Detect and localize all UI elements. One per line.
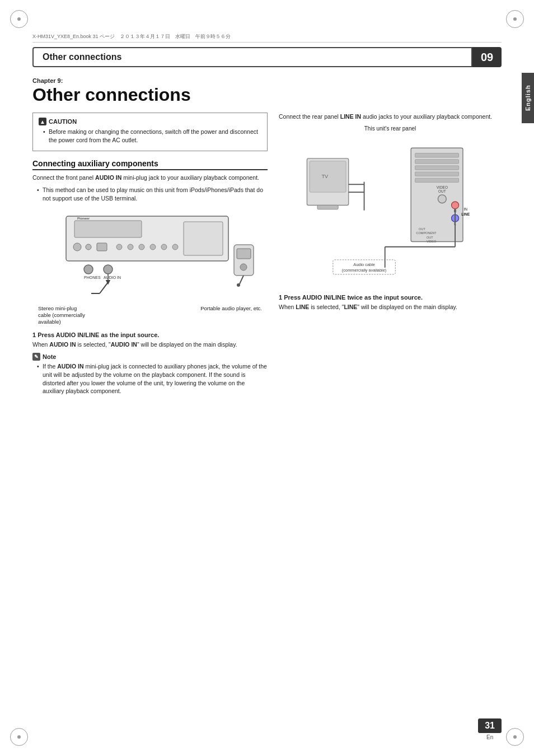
caution-icon: ▲ [39, 118, 46, 125]
right-column: Connect the rear panel LINE IN audio jac… [279, 113, 502, 722]
caution-box: ▲ CAUTION Before making or changing the … [32, 113, 268, 151]
svg-point-10 [172, 244, 178, 250]
svg-text:Audio cable: Audio cable [353, 262, 375, 267]
step1-right-body: When LINE is selected, "LINE" will be di… [279, 303, 502, 311]
svg-text:(commercially available): (commercially available) [342, 268, 386, 273]
diagram-label-right: Portable audio player, etc. [200, 305, 262, 326]
corner-decoration-bl [10, 728, 28, 746]
svg-rect-28 [317, 205, 338, 209]
svg-point-14 [104, 265, 113, 274]
svg-point-24 [237, 283, 240, 287]
svg-rect-11 [184, 222, 223, 255]
rear-panel-diagram: TV VIDEO OUT R [279, 143, 502, 288]
svg-text:PHONES: PHONES [84, 276, 101, 279]
caution-list: Before making or changing the connection… [39, 128, 261, 144]
chapter-number-badge: 09 [472, 47, 502, 67]
svg-text:OUT: OUT [438, 189, 446, 193]
caution-title: ▲ CAUTION [39, 118, 261, 125]
svg-rect-34 [415, 178, 459, 182]
svg-text:VIDEO: VIDEO [437, 185, 448, 189]
svg-point-22 [240, 264, 247, 270]
svg-text:COMPONENT: COMPONENT [416, 231, 437, 235]
header-bar: X-HM31V_YXE8_En.book 31 ページ ２０１３年４月１７日 水… [32, 32, 502, 43]
svg-line-18 [100, 282, 108, 293]
header-text: X-HM31V_YXE8_En.book 31 ページ ２０１３年４月１７日 水… [32, 33, 231, 40]
svg-point-8 [150, 244, 156, 250]
aux-bullet-1: This method can be used to play music on… [37, 186, 268, 202]
top-title-bar: Other connections 09 [32, 47, 502, 67]
svg-rect-33 [415, 172, 459, 176]
page-number: 31 [478, 718, 502, 733]
svg-point-9 [161, 244, 167, 250]
right-col-intro: Connect the rear panel LINE IN audio jac… [279, 113, 502, 121]
chapter-title: Other connections [32, 85, 502, 105]
portable-device-svg [223, 242, 262, 287]
note-box: ✎ Note If the AUDIO IN mini-plug jack is… [32, 353, 268, 395]
note-title: ✎ Note [32, 353, 268, 361]
svg-text:OUT: OUT [427, 236, 433, 239]
corner-decoration-tl [10, 10, 28, 28]
svg-point-6 [128, 244, 133, 250]
page-lang: En [478, 734, 502, 740]
svg-rect-31 [415, 160, 459, 164]
svg-rect-4 [97, 243, 107, 251]
front-panel-diagram-container: PHONES AUDIO IN Pioneer [32, 208, 268, 326]
corner-decoration-br [506, 728, 524, 746]
section-aux-bullets: This method can be used to play music on… [32, 186, 268, 202]
corner-decoration-tr [506, 10, 524, 28]
top-title-box: Other connections [32, 47, 472, 67]
step1-left-body: When AUDIO IN is selected, "AUDIO IN" wi… [32, 340, 268, 349]
svg-text:IN: IN [463, 207, 467, 211]
svg-rect-21 [237, 249, 251, 259]
svg-text:TV: TV [321, 174, 329, 179]
step1-left-heading: 1 Press AUDIO IN/LINE as the input sourc… [32, 332, 268, 338]
step1-right-heading: 1 Press AUDIO IN/LINE twice as the input… [279, 294, 502, 301]
note-list: If the AUDIO IN mini-plug jack is connec… [32, 362, 268, 395]
top-bar-title: Other connections [43, 52, 121, 62]
svg-line-23 [240, 276, 243, 284]
content-area: Chapter 9: Other connections ▲ CAUTION B… [32, 73, 502, 722]
svg-point-2 [73, 243, 81, 251]
note-item-1: If the AUDIO IN mini-plug jack is connec… [37, 362, 268, 395]
svg-rect-1 [74, 221, 142, 237]
english-tab: English [522, 73, 534, 123]
note-icon: ✎ [32, 353, 40, 361]
chapter-label: Chapter 9: [32, 77, 502, 84]
svg-text:VIDEO: VIDEO [427, 240, 437, 243]
diagram-labels: Stereo mini-plugcable (commerciallyavail… [32, 305, 268, 326]
svg-point-5 [116, 244, 122, 250]
diagram-label-left: Stereo mini-plugcable (commerciallyavail… [38, 305, 85, 326]
section-heading-aux: Connecting auxiliary components [32, 159, 268, 170]
svg-rect-30 [415, 153, 459, 157]
svg-text:LINE: LINE [461, 212, 470, 216]
svg-point-37 [438, 195, 446, 203]
rear-panel-svg: TV VIDEO OUT R [279, 143, 502, 288]
svg-text:OUT: OUT [419, 227, 425, 231]
svg-point-3 [86, 244, 91, 250]
page-footer: 31 En [478, 718, 502, 740]
left-column: ▲ CAUTION Before making or changing the … [32, 113, 268, 722]
svg-text:Pioneer: Pioneer [77, 217, 90, 220]
svg-point-7 [139, 244, 144, 250]
svg-rect-32 [415, 166, 459, 170]
rear-panel-label: This unit's rear panel [279, 125, 502, 132]
section-intro-aux: Connect the front panel AUDIO IN mini-pl… [32, 174, 268, 182]
svg-text:AUDIO IN: AUDIO IN [104, 276, 121, 279]
two-column-layout: ▲ CAUTION Before making or changing the … [32, 113, 502, 722]
caution-item: Before making or changing the connection… [43, 128, 261, 144]
svg-point-12 [84, 265, 93, 274]
